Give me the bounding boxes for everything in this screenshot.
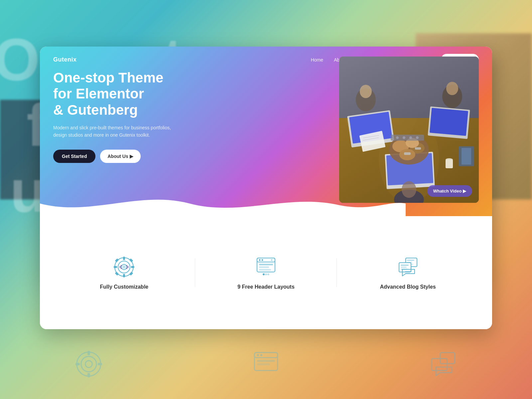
hero-title: One-stop Themefor Elementor& Gutenberg — [53, 70, 206, 118]
svg-rect-39 — [114, 266, 117, 268]
svg-rect-14 — [404, 152, 411, 155]
hero-buttons: Get Started About Us ▶ — [53, 150, 206, 163]
svg-rect-41 — [115, 258, 119, 262]
svg-rect-62 — [401, 265, 409, 266]
svg-point-77 — [260, 354, 262, 356]
reflection-blog-icon — [428, 349, 458, 379]
svg-rect-53 — [259, 269, 271, 271]
svg-point-31 — [416, 136, 419, 139]
svg-point-55 — [265, 273, 267, 275]
svg-rect-78 — [257, 360, 275, 362]
svg-point-54 — [263, 273, 265, 275]
svg-rect-43 — [115, 272, 119, 276]
svg-rect-70 — [87, 351, 90, 355]
reflection-area — [0, 332, 532, 396]
team-photo-svg — [339, 57, 479, 203]
feature-header-layouts: 9 Free Header Layouts — [195, 249, 337, 297]
svg-point-29 — [403, 136, 405, 139]
feature-customizable-label: Fully Customizable — [100, 284, 148, 290]
svg-rect-65 — [405, 271, 412, 272]
svg-point-17 — [360, 85, 372, 98]
reflection-layout-icon — [251, 349, 281, 379]
svg-point-49 — [262, 259, 263, 261]
nav-link-home[interactable]: Home — [311, 57, 323, 63]
svg-rect-66 — [405, 273, 410, 274]
svg-rect-15 — [415, 147, 421, 150]
hero-section: Gutenix Home About us Features Blog Cont… — [40, 47, 492, 216]
svg-point-76 — [257, 354, 259, 356]
feature-blog-styles-label: Advanced Blog Styles — [380, 284, 436, 290]
hero-get-started-button[interactable]: Get Started — [53, 150, 95, 163]
svg-rect-71 — [87, 373, 90, 377]
svg-point-67 — [77, 352, 101, 376]
header-layouts-icon — [254, 255, 278, 279]
hero-content: One-stop Themefor Elementor& Gutenberg M… — [53, 70, 206, 163]
svg-point-56 — [267, 273, 269, 275]
svg-point-30 — [409, 136, 412, 139]
svg-point-21 — [402, 181, 416, 198]
svg-rect-33 — [462, 148, 471, 165]
svg-rect-40 — [131, 266, 134, 268]
svg-point-48 — [259, 259, 261, 261]
hero-about-us-button[interactable]: About Us ▶ — [100, 150, 140, 163]
svg-point-19 — [446, 82, 458, 95]
nav-logo: Gutenix — [53, 56, 77, 63]
svg-point-50 — [271, 259, 273, 261]
svg-rect-52 — [259, 266, 269, 268]
svg-rect-58 — [407, 260, 414, 261]
feature-blog-styles: Advanced Blog Styles — [337, 249, 479, 297]
svg-rect-81 — [432, 358, 447, 370]
team-photo-placeholder — [339, 57, 479, 203]
hero-subtitle: Modern and slick pre-built themes for bu… — [53, 124, 173, 139]
svg-rect-63 — [401, 267, 407, 268]
svg-rect-51 — [259, 264, 273, 265]
feature-header-layouts-label: 9 Free Header Layouts — [237, 284, 295, 290]
main-card: Gutenix Home About us Features Blog Cont… — [40, 47, 492, 329]
fully-customizable-icon — [112, 255, 136, 279]
svg-rect-73 — [98, 363, 102, 365]
svg-point-68 — [81, 356, 96, 372]
svg-rect-38 — [123, 274, 125, 277]
watch-video-button[interactable]: Whatch Video ▶ — [427, 185, 472, 197]
svg-rect-72 — [75, 363, 80, 365]
feature-customizable: Fully Customizable — [53, 249, 195, 297]
svg-rect-44 — [129, 272, 133, 276]
reflection-gear-icon — [74, 349, 104, 379]
svg-rect-6 — [430, 108, 468, 136]
svg-point-26 — [446, 158, 453, 161]
svg-rect-42 — [129, 258, 133, 262]
svg-point-28 — [396, 136, 399, 139]
svg-rect-37 — [123, 257, 125, 260]
svg-rect-79 — [257, 363, 270, 365]
hero-image: Whatch Video ▶ — [339, 57, 479, 203]
features-section: Fully Customizable 9 — [40, 216, 492, 329]
blog-styles-icon — [396, 255, 420, 279]
svg-point-69 — [85, 361, 92, 368]
svg-rect-27 — [391, 135, 424, 141]
svg-point-45 — [122, 265, 126, 269]
